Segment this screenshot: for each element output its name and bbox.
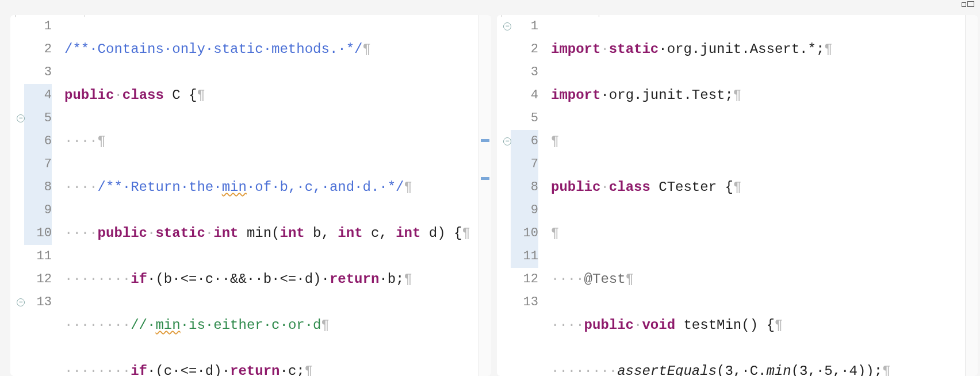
line-number: 12	[511, 268, 538, 291]
line-number: −5	[24, 107, 52, 130]
line-number: 10	[511, 222, 538, 245]
line-number: 4	[24, 84, 52, 107]
code-line: ····public·static·int min(int b, int c, …	[64, 222, 478, 245]
line-number: −6	[511, 130, 538, 153]
line-number: 2	[511, 38, 538, 61]
line-number: 11	[24, 245, 52, 268]
line-number: 1	[24, 15, 52, 38]
line-number: 12	[24, 268, 52, 291]
code-line: import·static·org.junit.Assert.*;¶	[551, 38, 965, 61]
overview-mark	[481, 177, 489, 180]
editor-right[interactable]: −1 2 3 4 5 −6 7 8 9 10 11 12 13 import·s…	[497, 15, 978, 376]
overview-ruler-left[interactable]	[478, 15, 491, 376]
line-number: 13	[511, 291, 538, 314]
code-line: ····¶	[64, 130, 478, 153]
code-line: /**·Contains·only·static·methods.·*/¶	[64, 38, 478, 61]
code-line: ····public·void testMin() {¶	[551, 314, 965, 337]
code-line: ····@Test¶	[551, 268, 965, 291]
marker-bar-right	[497, 15, 511, 376]
fold-toggle-icon[interactable]: −	[17, 114, 25, 122]
maximize-icon[interactable]	[968, 2, 974, 7]
marker-bar-left	[10, 15, 24, 376]
code-line: ········if·(c·<=·d)·return·c;¶	[64, 360, 478, 376]
code-line: public·class CTester {¶	[551, 176, 965, 199]
code-line: ¶	[551, 222, 965, 245]
code-line: ¶	[551, 130, 965, 153]
code-line: ········if·(b·<=·c··&&··b·<=·d)·return·b…	[64, 268, 478, 291]
line-number: 6	[24, 130, 52, 153]
code-line: import·org.junit.Test;¶	[551, 84, 965, 107]
line-number: 9	[24, 199, 52, 222]
overview-mark	[481, 139, 489, 142]
code-area-left[interactable]: /**·Contains·only·static·methods.·*/¶ pu…	[62, 15, 478, 376]
view-toolbar	[962, 2, 974, 7]
line-number: 3	[24, 61, 52, 84]
line-number: −13	[24, 291, 52, 314]
line-number: 3	[511, 61, 538, 84]
editor-pane-right: J CTester.java ✕ −1 2 3 4 5 −6 7 8 9 10 …	[497, 15, 978, 376]
gutter-left[interactable]: 1 2 3 4 −5 6 7 8 9 10 11 12 −13	[24, 15, 55, 376]
line-number: 10	[24, 222, 52, 245]
folding-bar-right	[542, 15, 549, 376]
minimize-icon[interactable]	[962, 2, 966, 7]
ide-split-view: J C.java ✕ 1 2 3 4 −5 6 7 8 9 10 11 12 −…	[0, 0, 980, 376]
line-number: 9	[511, 199, 538, 222]
line-number: 11	[511, 245, 538, 268]
editor-left[interactable]: 1 2 3 4 −5 6 7 8 9 10 11 12 −13 /**·Cont…	[10, 15, 491, 376]
line-number: 2	[24, 38, 52, 61]
code-line: public·class C {¶	[64, 84, 478, 107]
line-number: 8	[24, 176, 52, 199]
line-number: 8	[511, 176, 538, 199]
code-line: ····/**·Return·the·min·of·b,·c,·and·d.·*…	[64, 176, 478, 199]
folding-bar-left	[55, 15, 62, 376]
line-number: 7	[511, 153, 538, 176]
code-line: ········assertEquals(3,·C.min(3,·5,·4));…	[551, 360, 965, 376]
fold-toggle-icon[interactable]: −	[503, 22, 511, 30]
gutter-right[interactable]: −1 2 3 4 5 −6 7 8 9 10 11 12 13	[511, 15, 542, 376]
fold-toggle-icon[interactable]: −	[503, 137, 511, 145]
code-line: ········//·min·is·either·c·or·d¶	[64, 314, 478, 337]
line-number: 5	[511, 107, 538, 130]
code-area-right[interactable]: import·static·org.junit.Assert.*;¶ impor…	[549, 15, 965, 376]
line-number: −1	[511, 15, 538, 38]
editor-pane-left: J C.java ✕ 1 2 3 4 −5 6 7 8 9 10 11 12 −…	[10, 15, 491, 376]
line-number: 4	[511, 84, 538, 107]
fold-toggle-icon[interactable]: −	[17, 298, 25, 306]
line-number: 7	[24, 153, 52, 176]
overview-ruler-right[interactable]	[965, 15, 978, 376]
